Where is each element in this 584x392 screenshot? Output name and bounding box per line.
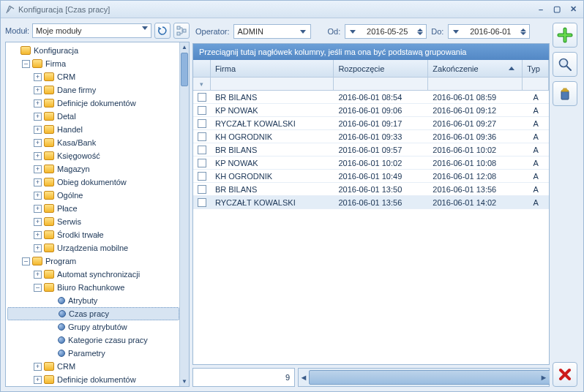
expander[interactable]: + xyxy=(34,192,42,200)
operator-combo[interactable]: ADMIN xyxy=(233,24,311,39)
tree-node[interactable]: Konfiguracja xyxy=(7,44,179,57)
scroll-thumb[interactable] xyxy=(181,53,188,86)
header-end[interactable]: Zakończenie xyxy=(428,60,523,77)
cell-start: 2016-06-01 08:54 xyxy=(334,93,428,102)
table-row[interactable]: RYCZAŁT KOWALSKI 2016-06-01 09:17 2016-0… xyxy=(193,117,549,130)
add-button[interactable] xyxy=(553,23,577,48)
tree-node[interactable]: Atrybuty xyxy=(7,294,179,307)
grid-body[interactable]: BR BILANS 2016-06-01 08:54 2016-06-01 08… xyxy=(193,91,549,364)
scroll-right-icon[interactable]: ► xyxy=(539,369,549,386)
tree-node[interactable]: +Detal xyxy=(7,110,179,123)
expander[interactable]: + xyxy=(34,244,42,252)
expand-tree-button[interactable] xyxy=(173,23,190,39)
expander[interactable]: + xyxy=(34,376,42,384)
expander[interactable]: + xyxy=(34,218,42,226)
expander[interactable]: – xyxy=(34,284,42,292)
close-panel-button[interactable] xyxy=(553,362,577,387)
tree-node[interactable]: +Serwis xyxy=(7,215,179,228)
tree-node[interactable]: +Dane firmy xyxy=(7,83,179,97)
row-checkbox[interactable] xyxy=(193,106,211,115)
scroll-up-icon[interactable]: ▲ xyxy=(180,42,189,52)
row-checkbox[interactable] xyxy=(193,93,211,102)
expander[interactable]: + xyxy=(34,205,42,213)
date-from-field[interactable]: 2016-05-25 xyxy=(345,24,427,39)
module-combo[interactable]: Moje moduły xyxy=(32,23,151,38)
tree-node[interactable]: Grupy atrybutów xyxy=(7,320,179,333)
row-checkbox[interactable] xyxy=(193,185,211,194)
tree-node[interactable]: –Biuro Rachunkowe xyxy=(7,281,179,294)
table-row[interactable]: BR BILANS 2016-06-01 08:54 2016-06-01 08… xyxy=(193,91,549,104)
close-button[interactable]: ✕ xyxy=(567,4,579,15)
refresh-button[interactable] xyxy=(154,23,171,39)
expander[interactable]: + xyxy=(34,165,42,173)
tree-node[interactable]: +Handel xyxy=(7,123,179,136)
table-row[interactable]: KP NOWAK 2016-06-01 10:02 2016-06-01 10:… xyxy=(193,157,549,170)
table-row[interactable]: RYCZAŁT KOWALSKI 2016-06-01 13:56 2016-0… xyxy=(193,196,549,209)
header-typ[interactable]: Typ xyxy=(523,60,549,77)
maximize-button[interactable]: ▢ xyxy=(551,4,563,15)
table-row[interactable]: KH OGRODNIK 2016-06-01 09:33 2016-06-01 … xyxy=(193,130,549,143)
tree-node[interactable]: +Płace xyxy=(7,202,179,215)
tree-node[interactable]: Czas pracy xyxy=(7,307,179,320)
tree-node[interactable]: +Automat synchronizacji xyxy=(7,268,179,281)
expander[interactable]: + xyxy=(34,178,42,186)
delete-button[interactable] xyxy=(553,81,577,106)
horizontal-scrollbar[interactable]: ◄ ► xyxy=(298,368,550,387)
expander[interactable]: + xyxy=(34,139,42,147)
date-to-field[interactable]: 2016-06-01 xyxy=(448,24,530,39)
tree-node[interactable]: Kategorie czasu pracy xyxy=(7,333,179,347)
minimize-button[interactable]: – xyxy=(535,4,547,15)
table-row[interactable]: KH OGRODNIK 2016-06-01 10:49 2016-06-01 … xyxy=(193,170,549,183)
expander[interactable]: + xyxy=(34,271,42,279)
tree-node[interactable]: +CRM xyxy=(7,360,179,373)
expander[interactable]: + xyxy=(34,152,42,160)
tree-node[interactable]: +Urządzenia mobilne xyxy=(7,241,179,255)
header-checkbox[interactable] xyxy=(193,60,211,77)
tree-node[interactable]: +Definicje dokumentów xyxy=(7,97,179,110)
expander[interactable]: + xyxy=(34,86,42,94)
row-checkbox[interactable] xyxy=(193,119,211,128)
grid-filter-row[interactable]: ▾ xyxy=(193,78,549,91)
expander[interactable]: + xyxy=(34,231,42,239)
row-checkbox[interactable] xyxy=(193,198,211,207)
tree-node[interactable]: +Ogólne xyxy=(7,189,179,202)
tree-node[interactable]: +CRM xyxy=(7,70,179,83)
group-panel[interactable]: Przeciągnij tutaj nagłówek kolumny, jeśl… xyxy=(193,44,549,60)
expander[interactable]: + xyxy=(34,113,42,121)
tree-node-label: Atrybuty xyxy=(68,296,97,305)
tree-node[interactable]: +Księgowość xyxy=(7,149,179,162)
scroll-down-icon[interactable]: ▼ xyxy=(180,377,189,386)
tree-node[interactable]: –Program xyxy=(7,255,179,268)
expander[interactable]: + xyxy=(34,126,42,134)
expander[interactable]: + xyxy=(34,73,42,81)
expander[interactable]: + xyxy=(34,363,42,371)
row-checkbox[interactable] xyxy=(193,159,211,167)
expander[interactable]: – xyxy=(22,257,30,265)
folder-icon xyxy=(20,46,31,55)
header-firma[interactable]: Firma xyxy=(211,60,334,77)
table-row[interactable]: KP NOWAK 2016-06-01 09:06 2016-06-01 09:… xyxy=(193,104,549,117)
tree-node[interactable]: Parametry xyxy=(7,347,179,360)
table-row[interactable]: BR BILANS 2016-06-01 09:57 2016-06-01 10… xyxy=(193,143,549,157)
scroll-left-icon[interactable]: ◄ xyxy=(299,369,309,386)
search-button[interactable] xyxy=(553,52,577,77)
tree-node[interactable]: +Definicje dokumentów xyxy=(7,373,179,386)
tree-node[interactable]: +Kasa/Bank xyxy=(7,136,179,149)
row-checkbox[interactable] xyxy=(193,172,211,181)
header-start[interactable]: Rozpoczęcie xyxy=(334,60,428,77)
spinner[interactable] xyxy=(520,29,526,35)
spinner[interactable] xyxy=(417,29,423,35)
tree-node[interactable]: +Środki trwałe xyxy=(7,228,179,241)
tree-node[interactable]: –Firma xyxy=(7,57,179,70)
row-checkbox[interactable] xyxy=(193,146,211,154)
tree-node[interactable]: +Magazyn xyxy=(7,162,179,176)
scroll-thumb[interactable] xyxy=(309,370,550,385)
table-row[interactable]: BR BILANS 2016-06-01 13:50 2016-06-01 13… xyxy=(193,183,549,196)
tree-node[interactable]: +Obieg dokumentów xyxy=(7,176,179,189)
filter-funnel-icon[interactable]: ▾ xyxy=(193,78,211,90)
expander[interactable]: – xyxy=(22,60,30,68)
tree-scrollbar[interactable]: ▲ ▼ xyxy=(179,42,189,386)
row-checkbox[interactable] xyxy=(193,132,211,141)
config-tree[interactable]: Konfiguracja–Firma+CRM+Dane firmy+Defini… xyxy=(6,42,179,386)
expander[interactable]: + xyxy=(34,99,42,108)
